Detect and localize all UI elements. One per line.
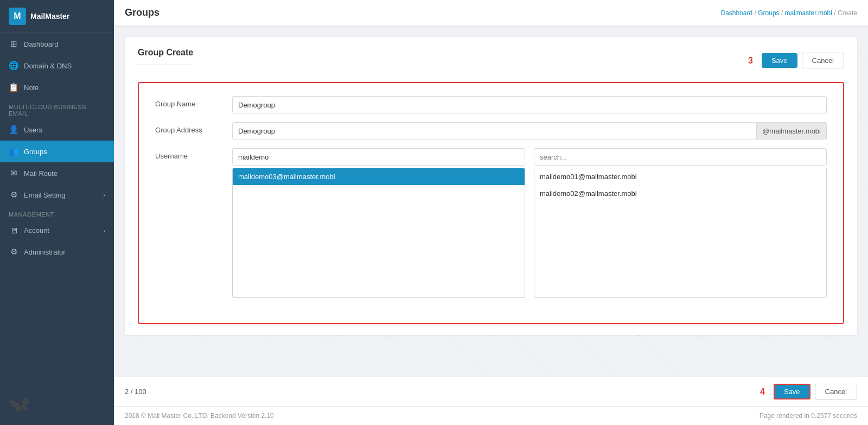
sidebar-item-account[interactable]: 🖥 Account › bbox=[0, 220, 114, 241]
group-name-input[interactable] bbox=[232, 96, 827, 113]
top-action-bar: Group Create 3 Save Cancel bbox=[138, 48, 844, 73]
sidebar-item-users[interactable]: 👤 Users bbox=[0, 119, 114, 141]
sidebar-item-groups[interactable]: 👥 Groups bbox=[0, 141, 114, 162]
footer-render-time: Page rendered in 0.2577 seconds bbox=[760, 412, 857, 420]
sidebar-item-email-setting[interactable]: ⚙ Email Setting › bbox=[0, 184, 114, 206]
group-address-row-inner: @mailmaster.mobi bbox=[232, 122, 827, 139]
note-icon: 📋 bbox=[9, 83, 18, 92]
logo-icon: M bbox=[9, 8, 26, 25]
dashboard-icon: ⊞ bbox=[9, 39, 18, 49]
username-search-input[interactable] bbox=[232, 148, 525, 166]
sidebar-item-label: Users bbox=[24, 126, 42, 134]
sidebar-item-label: Mail Route bbox=[24, 169, 58, 177]
user-right-list: maildemo01@mailmaster.mobi maildemo02@ma… bbox=[534, 168, 827, 298]
email-setting-icon: ⚙ bbox=[9, 190, 18, 200]
content-area: 🦋🦋🦋🦋🦋 🦋🦋🦋🦋🦋 🦋🦋🦋🦋🦋 🦋🦋🦋🦋🦋 Group Create 3 S… bbox=[114, 26, 868, 377]
sidebar-item-label: Email Setting bbox=[24, 191, 66, 199]
username-right-panel: maildemo01@mailmaster.mobi maildemo02@ma… bbox=[534, 148, 827, 298]
sidebar-item-mail-route[interactable]: ✉ Mail Route bbox=[0, 162, 114, 184]
group-name-field bbox=[232, 96, 827, 113]
sidebar-bottom-logo: 🦋 bbox=[0, 383, 114, 425]
sidebar-item-label: Domain & DNS bbox=[24, 62, 72, 70]
sidebar-item-label: Note bbox=[24, 84, 39, 92]
sidebar-item-note[interactable]: 📋 Note bbox=[0, 77, 114, 98]
list-item[interactable]: maildemo01@mailmaster.mobi bbox=[534, 168, 826, 185]
breadcrumb-dashboard[interactable]: Dashboard bbox=[720, 9, 752, 17]
step-4-badge: 4 bbox=[760, 387, 765, 397]
page-title: Groups bbox=[125, 7, 159, 18]
chevron-right-icon: › bbox=[103, 227, 105, 234]
sidebar-item-dashboard[interactable]: ⊞ Dashboard bbox=[0, 33, 114, 55]
account-icon: 🖥 bbox=[9, 226, 18, 235]
groups-icon: 👥 bbox=[9, 147, 18, 156]
sidebar-logo: M MailMaster bbox=[0, 0, 114, 33]
username-label: Username bbox=[155, 148, 226, 160]
content-card: Group Create 3 Save Cancel Group Name bbox=[125, 37, 857, 335]
top-header: Groups Dashboard / Groups / mailmaster.m… bbox=[114, 0, 868, 26]
group-name-row: Group Name bbox=[155, 96, 827, 113]
breadcrumb: Dashboard / Groups / mailmaster.mobi / C… bbox=[720, 9, 857, 17]
page-count: 2 / 100 bbox=[125, 388, 146, 396]
main-content: Groups Dashboard / Groups / mailmaster.m… bbox=[114, 0, 868, 425]
sidebar-item-label: Dashboard bbox=[24, 40, 59, 48]
section-label-email: Multi-Cloud Business Email bbox=[0, 98, 114, 119]
sidebar-item-domain-dns[interactable]: 🌐 Domain & DNS bbox=[0, 55, 114, 77]
domain-icon: 🌐 bbox=[9, 61, 18, 71]
save-button-top[interactable]: Save bbox=[762, 53, 797, 68]
user-left-list: maildemo03@mailmaster.mobi bbox=[232, 168, 525, 298]
username-left-panel: maildemo03@mailmaster.mobi bbox=[232, 148, 525, 298]
cancel-button-bottom[interactable]: Cancel bbox=[815, 384, 857, 399]
sidebar-item-administrator[interactable]: ⚙ Administrator bbox=[0, 241, 114, 263]
footer: 2018 © Mail Master Co.,LTD. Backend Vers… bbox=[114, 406, 868, 425]
breadcrumb-groups[interactable]: Groups bbox=[758, 9, 779, 17]
cancel-button-top[interactable]: Cancel bbox=[802, 53, 844, 68]
sidebar: M MailMaster ⊞ Dashboard 🌐 Domain & DNS … bbox=[0, 0, 114, 425]
footer-copyright: 2018 © Mail Master Co.,LTD. Backend Vers… bbox=[125, 412, 274, 420]
group-address-label: Group Address bbox=[155, 122, 226, 134]
sidebar-item-label: Groups bbox=[24, 148, 47, 156]
top-actions: 3 Save Cancel bbox=[748, 53, 844, 68]
username-row: Username maildemo03@mailmaster.mobi bbox=[155, 148, 827, 298]
bottom-actions: 4 Save Cancel bbox=[760, 384, 857, 399]
username-section: maildemo03@mailmaster.mobi maildemo01@ma… bbox=[232, 148, 827, 298]
group-address-row: Group Address @mailmaster.mobi bbox=[155, 122, 827, 139]
sidebar-item-label: Account bbox=[24, 226, 49, 234]
chevron-right-icon: › bbox=[103, 192, 105, 198]
breadcrumb-domain[interactable]: mailmaster.mobi bbox=[785, 9, 832, 17]
bottom-bar: 2 / 100 4 Save Cancel bbox=[114, 377, 868, 406]
users-icon: 👤 bbox=[9, 125, 18, 135]
username-right-search[interactable] bbox=[534, 148, 827, 166]
group-name-label: Group Name bbox=[155, 96, 226, 108]
sidebar-item-label: Administrator bbox=[24, 248, 66, 256]
breadcrumb-current: Create bbox=[838, 9, 857, 17]
save-button-bottom[interactable]: Save bbox=[774, 384, 810, 399]
form-container: Group Name Group Address @mailmaster.mob… bbox=[138, 82, 844, 324]
admin-icon: ⚙ bbox=[9, 247, 18, 257]
card-title: Group Create bbox=[138, 48, 193, 65]
logo-text: MailMaster bbox=[30, 12, 69, 21]
list-item[interactable]: maildemo03@mailmaster.mobi bbox=[233, 168, 525, 185]
list-item[interactable]: maildemo02@mailmaster.mobi bbox=[534, 185, 826, 202]
group-address-suffix: @mailmaster.mobi bbox=[756, 122, 827, 139]
group-address-input[interactable] bbox=[232, 122, 756, 139]
section-label-management: Management bbox=[0, 206, 114, 220]
group-address-field: @mailmaster.mobi bbox=[232, 122, 827, 139]
mail-route-icon: ✉ bbox=[9, 168, 18, 178]
step-3-badge: 3 bbox=[748, 56, 753, 66]
